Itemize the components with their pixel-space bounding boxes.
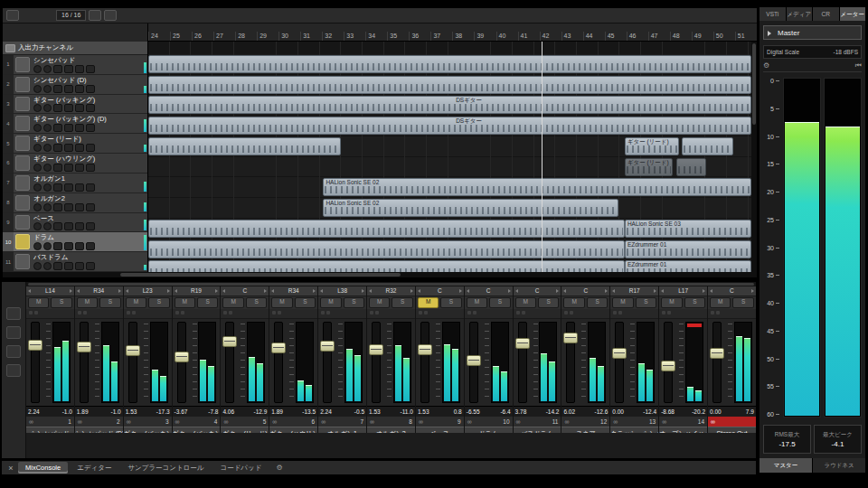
rack-slot-row[interactable]: [318, 309, 366, 319]
fader-handle[interactable]: [271, 343, 286, 353]
channel-mute-button[interactable]: M: [175, 297, 195, 308]
record-arm-button[interactable]: [53, 124, 62, 132]
pan-left-icon[interactable]: [710, 289, 712, 293]
event-clip[interactable]: DSギター: [148, 96, 751, 114]
ruler-bar-number[interactable]: 37: [430, 32, 452, 41]
edit-channel-icon[interactable]: [564, 311, 568, 314]
insert-slot-icon[interactable]: [667, 311, 671, 314]
insert-slot-icon[interactable]: [716, 311, 720, 314]
meter-mode-tab[interactable]: ラウドネス: [813, 458, 865, 473]
write-automation-button[interactable]: [86, 124, 95, 132]
track-row[interactable]: 10 ドラム: [3, 232, 147, 252]
record-arm-button[interactable]: [53, 104, 62, 112]
rack-slot-row[interactable]: [610, 309, 658, 319]
right-zone-tab[interactable]: メーター: [840, 7, 866, 21]
stereo-link-icon[interactable]: ∞: [78, 417, 82, 427]
write-automation-button[interactable]: [86, 144, 95, 152]
monitor-button[interactable]: [64, 164, 73, 172]
event-clip[interactable]: ギター (リード): [625, 158, 673, 176]
read-automation-button[interactable]: [75, 203, 84, 211]
track-name[interactable]: ギター (バッキング) (D): [33, 115, 146, 124]
insert-slot-icon[interactable]: [34, 311, 38, 314]
monitor-button[interactable]: [64, 124, 73, 132]
master-meter-selector[interactable]: Master: [763, 25, 862, 40]
pan-control[interactable]: L23: [124, 286, 172, 296]
track-name[interactable]: シンセパッド (D): [33, 76, 146, 85]
pan-control[interactable]: R17: [610, 286, 658, 296]
peak-db-value[interactable]: -7.8: [208, 408, 218, 415]
stereo-link-icon[interactable]: ∞: [711, 417, 715, 427]
mute-button[interactable]: [33, 65, 42, 73]
close-icon[interactable]: ×: [5, 464, 16, 473]
rack-slot-row[interactable]: [26, 309, 74, 319]
ruler-bar-number[interactable]: 33: [344, 32, 365, 41]
track-name[interactable]: ギター (バッキング): [33, 96, 146, 105]
edit-channel-icon[interactable]: [272, 311, 276, 314]
vertical-scrollbar-handle[interactable]: [752, 43, 756, 125]
rack-slot-row[interactable]: [367, 309, 415, 319]
timeline-ruler[interactable]: 24 25 26 27 28 29 30 31 32 33: [148, 23, 757, 42]
record-arm-button[interactable]: [53, 222, 62, 230]
playhead[interactable]: [542, 42, 542, 272]
track-row[interactable]: 11 バスドラム: [3, 252, 147, 272]
fader-track[interactable]: [518, 322, 527, 403]
pan-left-icon[interactable]: [77, 289, 80, 293]
solo-button[interactable]: [43, 262, 52, 270]
stereo-link-icon[interactable]: ∞: [223, 417, 228, 427]
rack-slot-row[interactable]: [659, 309, 707, 319]
channel-mute-button[interactable]: M: [369, 297, 390, 308]
fader-db-value[interactable]: -6.55: [467, 408, 480, 415]
pan-right-icon[interactable]: [313, 289, 316, 293]
peak-db-value[interactable]: -12.9: [253, 408, 267, 415]
channel-mute-button[interactable]: M: [612, 297, 633, 308]
fader-handle[interactable]: [222, 336, 237, 347]
event-clip[interactable]: [676, 158, 706, 176]
mixer-scrollbar-handle[interactable]: [28, 283, 754, 286]
pan-control[interactable]: R34: [75, 286, 123, 296]
channel-name[interactable]: ギター (バッキング): [173, 427, 221, 433]
edit-channel-icon[interactable]: [419, 311, 422, 314]
ruler-bar-number[interactable]: 30: [278, 32, 300, 41]
stereo-link-icon[interactable]: ∞: [613, 417, 618, 427]
event-clip[interactable]: DSギター: [148, 117, 751, 135]
rack-slot-row[interactable]: [173, 309, 221, 319]
read-automation-button[interactable]: [75, 104, 84, 112]
channel-solo-button[interactable]: S: [51, 297, 71, 308]
record-arm-button[interactable]: [53, 242, 62, 250]
pan-left-icon[interactable]: [369, 289, 372, 293]
fader-handle[interactable]: [77, 342, 91, 352]
pan-right-icon[interactable]: [605, 289, 608, 293]
ruler-bar-number[interactable]: 39: [474, 32, 495, 41]
channel-solo-button[interactable]: S: [489, 297, 510, 308]
channel-solo-button[interactable]: S: [440, 297, 461, 308]
fader-track[interactable]: [128, 322, 137, 403]
pan-left-icon[interactable]: [418, 289, 420, 293]
horizontal-scrollbar-handle[interactable]: [120, 273, 401, 277]
ruler-bar-number[interactable]: 25: [170, 32, 192, 41]
ruler-bar-number[interactable]: 28: [235, 32, 257, 41]
channel-mute-button[interactable]: M: [126, 297, 146, 308]
stereo-link-icon[interactable]: ∞: [419, 417, 423, 427]
fader-handle[interactable]: [563, 333, 578, 343]
ruler-bar-number[interactable]: 32: [322, 32, 344, 41]
pan-right-icon[interactable]: [703, 289, 705, 293]
tab-editor[interactable]: エディター: [70, 462, 118, 474]
write-automation-button[interactable]: [86, 65, 95, 73]
fader-handle[interactable]: [467, 355, 481, 366]
event-clip[interactable]: EZdrummer 01: [625, 240, 751, 258]
channel-mute-button[interactable]: M: [515, 297, 536, 308]
fader-handle[interactable]: [661, 361, 675, 371]
event-clip[interactable]: HALion Sonic SE 03: [625, 220, 751, 238]
fader-handle[interactable]: [612, 348, 627, 359]
fader-track[interactable]: [274, 322, 283, 403]
track-row[interactable]: 8 オルガン2: [3, 193, 147, 213]
ruler-bar-number[interactable]: 44: [583, 32, 605, 41]
edit-channel-icon[interactable]: [127, 311, 130, 314]
record-arm-button[interactable]: [53, 203, 62, 211]
channel-mute-button[interactable]: M: [710, 297, 731, 308]
fader-handle[interactable]: [175, 352, 189, 362]
write-automation-button[interactable]: [86, 242, 95, 250]
pan-right-icon[interactable]: [654, 289, 656, 293]
rack-slot-row[interactable]: [514, 309, 561, 319]
write-automation-button[interactable]: [86, 85, 95, 93]
